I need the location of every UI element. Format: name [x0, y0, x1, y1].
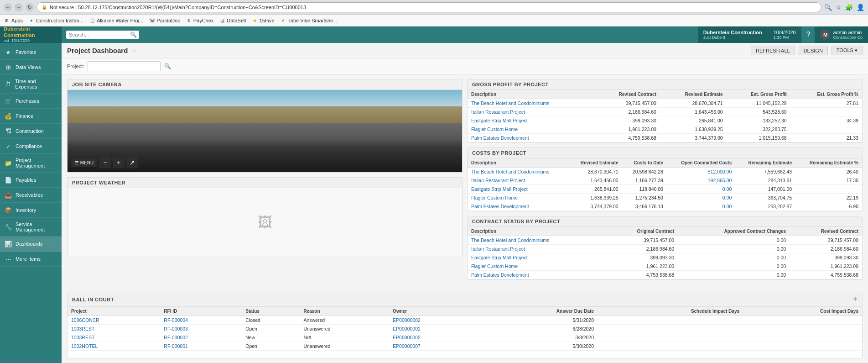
bookmark-alkaline[interactable]: 📋 Alkaline Water Proj...: [89, 17, 143, 24]
refresh-button[interactable]: ↻: [26, 3, 34, 11]
costs-col-remaining-pct: Remaining Estimate %: [795, 158, 862, 168]
search-browser-icon[interactable]: 🔍: [824, 4, 832, 11]
search-wrapper: 🔍: [62, 31, 144, 39]
sidebar-item-time-expenses[interactable]: ⏱ Time and Expenses: [0, 75, 62, 94]
camera-menu-button[interactable]: ☰ MENU: [71, 158, 97, 167]
gross-profit-header-row: Description Revised Contract Revised Est…: [468, 90, 862, 99]
sidebar-item-service-management[interactable]: 🔧 Service Management: [0, 218, 62, 237]
sidebar-item-finance[interactable]: 💰 Finance: [0, 109, 62, 124]
sidebar-item-inventory[interactable]: 📦 Inventory: [0, 203, 62, 218]
paychex-bookmark-icon: $: [186, 17, 192, 24]
nav-date-section[interactable]: 10/9/2020 1:30 PM: [768, 26, 802, 43]
table-row: Flagler Custom Home 1,638,939.25 1,275,2…: [468, 194, 862, 202]
profile-icon[interactable]: 👤: [857, 4, 864, 11]
browser-toolbar: ← → ↻ 🔒 Not secure | 50.28.12.175/Constr…: [0, 0, 868, 15]
project-label: Project:: [67, 63, 84, 69]
ball-col-reason: Reason: [300, 307, 389, 316]
weather-placeholder: 🖼: [258, 214, 272, 231]
bookmark-tribevibe[interactable]: ✔ Tribe Vibe Smartshe...: [280, 17, 338, 24]
extensions-icon[interactable]: 🧩: [845, 4, 853, 11]
star-browser-icon[interactable]: ☆: [836, 4, 842, 11]
sidebar-item-data-views[interactable]: ⊞ Data Views: [0, 60, 62, 75]
costs-header-row: Description Revised Estimate Costs to Da…: [468, 158, 862, 168]
bookmark-dataself[interactable]: 📊 DataSelf: [219, 17, 246, 24]
content-area: Project Dashboard ☆ REFRESH ALL DESIGN T…: [62, 43, 868, 363]
page-title: Project Dashboard: [67, 47, 128, 54]
right-panels: GROSS PROFIT BY PROJECT Description Revi…: [467, 79, 863, 287]
refresh-all-button[interactable]: REFRESH ALL: [751, 46, 795, 55]
project-filter-input[interactable]: [88, 61, 161, 71]
sidebar-item-dashboards[interactable]: 📊 Dashboards: [0, 237, 62, 252]
bookmark-pandadoc-label: PandaDoc: [156, 18, 180, 23]
sidebar-item-label-finance: Finance: [16, 113, 33, 119]
sidebar-item-favorites[interactable]: ★ Favorites: [0, 45, 62, 60]
back-button[interactable]: ←: [4, 3, 12, 11]
content-topbar: Project Dashboard ☆ REFRESH ALL DESIGN T…: [62, 43, 868, 58]
bookmark-apps[interactable]: ⊞ Apps: [4, 17, 23, 24]
costs-by-project-content: Description Revised Estimate Costs to Da…: [468, 158, 862, 211]
company-brand: Duberstein Construction: [4, 26, 58, 38]
sidebar-item-project-management[interactable]: 📁 Project Management: [0, 154, 62, 173]
finance-icon: 💰: [5, 112, 12, 120]
service-management-icon: 🔧: [5, 223, 12, 231]
bookmark-15five[interactable]: ■ 15Five: [252, 17, 275, 24]
ball-in-court-add-button[interactable]: +: [852, 295, 858, 304]
gross-profit-tbody: The Beach Hotel and Condominiums 39,715,…: [468, 99, 862, 142]
ball-in-court-header: BALL IN COURT +: [68, 292, 862, 307]
compliance-icon: ✓: [5, 142, 12, 150]
sidebar-item-compliance[interactable]: ✓ Compliance: [0, 139, 62, 154]
camera-share-button[interactable]: ↗: [126, 157, 138, 168]
col-revised-estimate: Revised Estimate: [660, 90, 727, 99]
sidebar-item-more-items[interactable]: ⋯ More Items: [0, 252, 62, 267]
bookmark-construction[interactable]: ● Construction Instan...: [28, 17, 83, 24]
data-views-icon: ⊞: [5, 63, 12, 71]
camera-toolbar: ☰ MENU − + ↗: [71, 157, 138, 168]
col-est-gross-profit: Est. Gross Profit: [727, 90, 790, 99]
dashboards-icon: 📊: [5, 240, 12, 247]
bookmark-paychex-label: PayChex: [193, 18, 214, 23]
camera-zoom-out-button[interactable]: −: [99, 157, 111, 168]
tools-button[interactable]: TOOLS ▾: [832, 46, 863, 55]
company-logo: Duberstein Construction est. 10/1/2020: [0, 26, 62, 43]
sidebar-item-purchases[interactable]: 🛒 Purchases: [0, 94, 62, 109]
address-bar[interactable]: 🔒 Not secure | 50.28.12.175/Construction…: [36, 2, 821, 12]
favorite-star-icon[interactable]: ☆: [131, 47, 137, 54]
gross-profit-table: Description Revised Contract Revised Est…: [468, 90, 862, 142]
bookmark-15five-label: 15Five: [260, 18, 275, 23]
bookmark-pandadoc[interactable]: 🐼 PandaDoc: [149, 17, 180, 24]
table-row: Italian Restaurant Project 1,643,456.00 …: [468, 176, 862, 185]
contract-header-row: Description Original Contract Approved C…: [468, 227, 862, 236]
table-row: Eastgate Strip Mall Project 265,841.00 1…: [468, 185, 862, 194]
bookmark-paychex[interactable]: $ PayChex: [186, 17, 214, 24]
ball-col-cost-impact: Cost Impact Days: [743, 307, 862, 316]
contract-status-table: Description Original Contract Approved C…: [468, 227, 862, 279]
help-button[interactable]: ?: [802, 26, 815, 43]
sidebar-item-payables[interactable]: 📄 Payables: [0, 173, 62, 188]
costs-col-costs-to-date: Costs to Date: [622, 158, 667, 168]
table-row: Italian Restaurant Project 2,186,984.60 …: [468, 245, 862, 253]
weather-placeholder-icon: 🖼: [258, 214, 272, 231]
nav-user-section[interactable]: M admin admin Construction Co: [815, 26, 868, 43]
nav-company-section[interactable]: Duberstein Construction Just Dube It: [698, 26, 768, 43]
design-button[interactable]: DESIGN: [799, 46, 828, 55]
app-container: Duberstein Construction est. 10/1/2020 🔍…: [0, 26, 868, 363]
contract-col-approved-changes: Approved Contract Changes: [678, 227, 790, 236]
bookmark-tribevibe-label: Tribe Vibe Smartshe...: [288, 18, 338, 23]
camera-image: ☰ MENU − + ↗: [68, 90, 462, 172]
nav-time: 1:30 PM: [774, 35, 796, 40]
forward-button[interactable]: →: [15, 3, 23, 11]
table-row: 1003REST RF-000002 New N/A EP00000002 3/…: [68, 333, 862, 342]
gross-profit-content: Description Revised Contract Revised Est…: [468, 90, 862, 142]
15five-bookmark-icon: ■: [252, 17, 258, 24]
ball-col-project: Project: [68, 307, 160, 316]
construction-bookmark-icon: ●: [28, 17, 35, 24]
search-bar[interactable]: 🔍: [66, 31, 139, 39]
col-description: Description: [468, 90, 594, 99]
camera-zoom-in-button[interactable]: +: [113, 157, 125, 168]
sidebar-item-receivables[interactable]: 📥 Receivables: [0, 188, 62, 203]
job-site-camera-header: JOB SITE CAMERA: [68, 79, 462, 90]
sidebar-item-construction[interactable]: 🏗 Construction: [0, 124, 62, 139]
project-search-icon[interactable]: 🔍: [164, 63, 171, 69]
time-expenses-icon: ⏱: [5, 80, 11, 88]
search-input[interactable]: [69, 32, 128, 37]
